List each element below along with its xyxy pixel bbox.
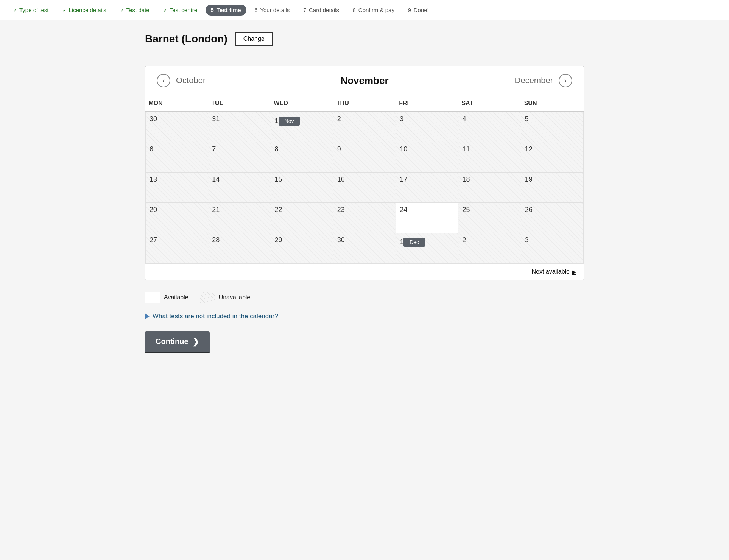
day-number: 23 [337,206,345,213]
month-navigation: ‹ October November December › [145,66,584,95]
day-number: 11 [462,145,470,153]
day-number: 15 [275,176,282,183]
change-button[interactable]: Change [235,32,273,46]
info-link-container: What tests are not included in the calen… [145,313,584,320]
main-content: Barnet (London) Change ‹ October Novembe… [137,20,592,365]
calendar-grid: MON TUE WED THU FRI SAT SUN 30311Nov2345… [145,95,584,263]
calendar-day: 19 [521,172,583,202]
continue-button[interactable]: Continue ❯ [145,331,210,353]
calendar-week-row: 13141516171819 [146,172,584,202]
current-month-label: November [340,75,388,87]
step-label: Type of test [19,7,49,13]
calendar-day: 12 [521,142,583,172]
calendar-day: 1Dec [396,233,458,263]
day-number: 18 [462,176,470,183]
prev-month-label: October [176,76,206,86]
calendar-day: 11 [458,142,521,172]
step-test-centre[interactable]: ✓ Test centre [158,5,202,16]
calendar-container: ‹ October November December › MON TUE WE… [145,66,584,280]
day-number: 9 [337,145,341,153]
day-number: 5 [525,115,529,123]
calendar-day: 29 [271,233,333,263]
next-available-link[interactable]: Next available ▶ [532,268,576,275]
calendar-day: 2 [458,233,521,263]
calendar-day: 4 [458,112,521,142]
day-number: 8 [275,145,279,153]
calendar-day: 21 [208,202,271,233]
step-label: Licence details [69,7,106,13]
step-test-date[interactable]: ✓ Test date [115,5,155,16]
calendar-day: 10 [396,142,458,172]
calendar-day: 13 [146,172,208,202]
day-number: 14 [212,176,220,183]
day-number: 28 [212,236,220,244]
calendar-day: 20 [146,202,208,233]
step-label: Confirm & pay [358,7,394,13]
available-label: Available [164,294,188,301]
step-licence-details[interactable]: ✓ Licence details [57,5,112,16]
col-fri: FRI [396,95,458,112]
day-number: 4 [462,115,466,123]
step-label: Test date [126,7,150,13]
calendar-day: 17 [396,172,458,202]
col-mon: MON [146,95,208,112]
unavailable-label: Unavailable [219,294,251,301]
day-number: 27 [150,236,157,244]
progress-bar: ✓ Type of test ✓ Licence details ✓ Test … [0,0,729,20]
day-number: 7 [212,145,216,153]
step-confirm-pay[interactable]: 8 Confirm & pay [347,5,400,16]
calendar-legend: Available Unavailable [145,292,584,303]
step-label: Done! [414,7,429,13]
day-number: 30 [337,236,345,244]
day-number: 25 [462,206,470,213]
prev-month-section: ‹ October [157,74,261,87]
col-sun: SUN [521,95,583,112]
step-your-details[interactable]: 6 Your details [249,5,295,16]
info-triangle-icon [145,313,150,319]
calendar-day: 7 [208,142,271,172]
col-thu: THU [333,95,396,112]
calendar-week-row: 6789101112 [146,142,584,172]
day-number: 12 [525,145,533,153]
day-number: 6 [150,145,153,153]
calendar-day: 3 [396,112,458,142]
prev-month-button[interactable]: ‹ [157,74,170,87]
day-number: 10 [400,145,407,153]
step-label: Card details [309,7,339,13]
step-label: Test time [217,7,241,13]
check-icon: ✓ [13,7,17,13]
calendar-day: 26 [521,202,583,233]
calendar-day: 9 [333,142,396,172]
day-number: 13 [150,176,157,183]
day-number: 1 [400,238,403,246]
calendar-day: 6 [146,142,208,172]
calendar-day: 3 [521,233,583,263]
calendar-day: 30 [333,233,396,263]
next-available-container: Next available ▶ [145,263,584,280]
current-month-section: November [261,75,469,87]
check-icon: ✓ [163,7,168,13]
day-number: 3 [400,115,403,123]
continue-arrow-icon: ❯ [192,337,199,347]
next-month-button[interactable]: › [559,74,572,87]
calendar-day: 2 [333,112,396,142]
legend-unavailable: Unavailable [200,292,251,303]
day-number: 2 [462,236,466,244]
step-test-time[interactable]: 5 Test time [206,5,246,16]
calendar-day[interactable]: 24 [396,202,458,233]
step-type-of-test[interactable]: ✓ Type of test [8,5,54,16]
calendar-day: 5 [521,112,583,142]
step-done[interactable]: 9 Done! [403,5,434,16]
calendar-day: 8 [271,142,333,172]
step-number: 5 [211,7,214,13]
next-month-label: December [515,76,553,86]
info-link[interactable]: What tests are not included in the calen… [153,313,278,320]
calendar-day: 14 [208,172,271,202]
step-card-details[interactable]: 7 Card details [298,5,344,16]
calendar-week-row: 20212223242526 [146,202,584,233]
day-number: 1 [275,117,279,124]
continue-label: Continue [156,337,188,346]
calendar-day: 18 [458,172,521,202]
calendar-week-row: 272829301Dec23 [146,233,584,263]
calendar-day: 31 [208,112,271,142]
